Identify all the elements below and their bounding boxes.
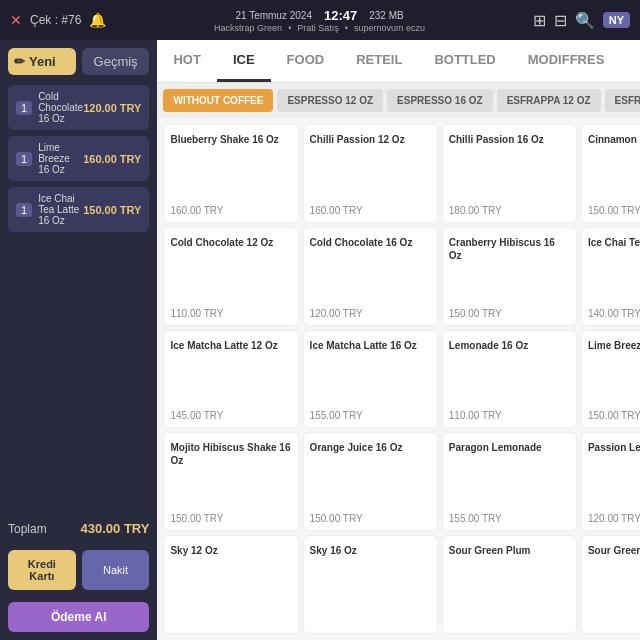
tab-bottled[interactable]: BOTTLED (418, 40, 511, 82)
product-name: Mojito Hibiscus Shake 16 Oz (170, 441, 291, 509)
tab-hot[interactable]: HOT (157, 40, 216, 82)
edit-icon: ✏ (14, 54, 25, 69)
product-name: Sky 12 Oz (170, 544, 291, 623)
product-name: Cranberry Hibiscus 16 Oz (449, 236, 570, 304)
product-price: 110.00 TRY (449, 410, 570, 421)
order-item[interactable]: 1 Lime Breeze 16 Oz 160.00 TRY (8, 136, 149, 181)
memory-label: 232 MB (369, 10, 403, 21)
product-card[interactable]: Sky 16 Oz (303, 535, 438, 634)
product-card[interactable]: Ice Matcha Latte 16 Oz155.00 TRY (303, 330, 438, 429)
product-name: Cold Chocolate 16 Oz (310, 236, 431, 304)
product-grid: Blueberry Shake 16 Oz160.00 TRYChilli Pa… (157, 118, 640, 640)
product-card[interactable]: Cranberry Hibiscus 16 Oz150.00 TRY (442, 227, 577, 326)
product-name: Sour Green Plum (588, 544, 640, 623)
new-order-button[interactable]: ✏ Yeni (8, 48, 76, 75)
product-price: 140.00 TRY (588, 308, 640, 319)
date-label: 21 Temmuz 2024 (235, 10, 312, 21)
top-bar: ✕ Çek : #76 🔔 21 Temmuz 2024 12:47 232 M… (0, 0, 640, 40)
product-card[interactable]: Sour Green Plum (442, 535, 577, 634)
product-name: Passion Lemonade 16 Oz (588, 441, 640, 509)
product-card[interactable]: Paragon Lemonade155.00 TRY (442, 432, 577, 531)
product-name: Chilli Passion 12 Oz (310, 133, 431, 201)
category-tabs: HOT ICE FOOD RETEIL BOTTLED MODIFFRES (157, 40, 640, 83)
product-name: Ice Matcha Latte 16 Oz (310, 339, 431, 407)
shop-name: Hackstrap Green (214, 23, 282, 33)
user-name: Prati Satış (297, 23, 339, 33)
product-name: Cinnamon Peach 12 Oz (588, 133, 640, 201)
product-name: Lime Breeze 12 Oz (588, 339, 640, 407)
product-price: 155.00 TRY (449, 513, 570, 524)
product-card[interactable]: Orange Juice 16 Oz150.00 TRY (303, 432, 438, 531)
product-price: 120.00 TRY (588, 513, 640, 524)
product-name: Ice Matcha Latte 12 Oz (170, 339, 291, 407)
bell-icon: 🔔 (89, 12, 106, 28)
product-price: 150.00 TRY (170, 513, 291, 524)
subtab-esfrappa-12[interactable]: ESFRAPPA 12 OZ (497, 89, 601, 112)
tab-reteil[interactable]: RETEIL (340, 40, 418, 82)
pay-button[interactable]: Ödeme Al (8, 602, 149, 632)
check-label: Çek : #76 (30, 13, 81, 27)
product-card[interactable]: Sour Green Plum (581, 535, 640, 634)
tab-ice[interactable]: ICE (217, 40, 271, 82)
grid-icon[interactable]: ⊞ (533, 11, 546, 30)
product-price: 150.00 TRY (310, 513, 431, 524)
product-name: Sour Green Plum (449, 544, 570, 623)
product-card[interactable]: Sky 12 Oz (163, 535, 298, 634)
toplam-label: Toplam (8, 522, 47, 536)
product-card[interactable]: Mojito Hibiscus Shake 16 Oz150.00 TRY (163, 432, 298, 531)
subtab-espresso-16[interactable]: ESPRESSO 16 OZ (387, 89, 493, 112)
product-name: Sky 16 Oz (310, 544, 431, 623)
product-name: Lemonade 16 Oz (449, 339, 570, 407)
product-price: 155.00 TRY (310, 410, 431, 421)
total-row: Toplam 430.00 TRY (8, 517, 149, 540)
product-card[interactable]: Chilli Passion 16 Oz180.00 TRY (442, 124, 577, 223)
product-price: 120.00 TRY (310, 308, 431, 319)
order-item[interactable]: 1 Cold Chocolate 16 Oz 120.00 TRY (8, 85, 149, 130)
product-name: Paragon Lemonade (449, 441, 570, 509)
tab-food[interactable]: FOOD (271, 40, 341, 82)
product-card[interactable]: Blueberry Shake 16 Oz160.00 TRY (163, 124, 298, 223)
payment-buttons: Kredi Kartı Nakit (8, 550, 149, 590)
order-item[interactable]: 1 Ice Chai Tea Latte 16 Oz 150.00 TRY (8, 187, 149, 232)
top-bar-left: ✕ Çek : #76 🔔 (10, 12, 106, 28)
product-name: Cold Chocolate 12 Oz (170, 236, 291, 304)
product-name: Ice Chai Tea Latte 12 Oz (588, 236, 640, 304)
product-card[interactable]: Chilli Passion 12 Oz160.00 TRY (303, 124, 438, 223)
main-layout: ✏ Yeni Geçmiş 1 Cold Chocolate 16 Oz 120… (0, 40, 640, 640)
product-card[interactable]: Cold Chocolate 12 Oz110.00 TRY (163, 227, 298, 326)
top-bar-right: ⊞ ⊟ 🔍 NY (533, 11, 630, 30)
product-card[interactable]: Ice Matcha Latte 12 Oz145.00 TRY (163, 330, 298, 429)
product-card[interactable]: Ice Chai Tea Latte 12 Oz140.00 TRY (581, 227, 640, 326)
close-icon[interactable]: ✕ (10, 12, 22, 28)
subtab-without-coffee[interactable]: WITHOUT COFFEE (163, 89, 273, 112)
product-card[interactable]: Lemonade 16 Oz110.00 TRY (442, 330, 577, 429)
top-bar-center: 21 Temmuz 2024 12:47 232 MB Hackstrap Gr… (214, 8, 425, 33)
history-button[interactable]: Geçmiş (82, 48, 150, 75)
subtab-espresso-12[interactable]: ESPRESSO 12 OZ (277, 89, 383, 112)
qr-icon[interactable]: ⊟ (554, 11, 567, 30)
product-price: 180.00 TRY (449, 205, 570, 216)
product-price: 110.00 TRY (170, 308, 291, 319)
right-panel: HOT ICE FOOD RETEIL BOTTLED MODIFFRES WI… (157, 40, 640, 640)
product-card[interactable]: Lime Breeze 12 Oz150.00 TRY (581, 330, 640, 429)
product-price: 160.00 TRY (310, 205, 431, 216)
product-card[interactable]: Passion Lemonade 16 Oz120.00 TRY (581, 432, 640, 531)
cash-button[interactable]: Nakit (82, 550, 150, 590)
product-card[interactable]: Cold Chocolate 16 Oz120.00 TRY (303, 227, 438, 326)
search-icon[interactable]: 🔍 (575, 11, 595, 30)
credit-card-button[interactable]: Kredi Kartı (8, 550, 76, 590)
product-price: 160.00 TRY (170, 205, 291, 216)
left-panel: ✏ Yeni Geçmiş 1 Cold Chocolate 16 Oz 120… (0, 40, 157, 640)
product-price: 150.00 TRY (588, 410, 640, 421)
product-card[interactable]: Cinnamon Peach 12 Oz150.00 TRY (581, 124, 640, 223)
user-initials: NY (603, 12, 630, 28)
subtab-esfrappa-16[interactable]: ESFRAPPA 16 OZ (605, 89, 640, 112)
left-top-buttons: ✏ Yeni Geçmiş (8, 48, 149, 75)
product-name: Orange Juice 16 Oz (310, 441, 431, 509)
time-label: 12:47 (324, 8, 357, 23)
toplam-price: 430.00 TRY (81, 521, 150, 536)
tab-modiffres[interactable]: MODIFFRES (512, 40, 621, 82)
product-price: 145.00 TRY (170, 410, 291, 421)
product-price: 150.00 TRY (588, 205, 640, 216)
product-name: Chilli Passion 16 Oz (449, 133, 570, 201)
